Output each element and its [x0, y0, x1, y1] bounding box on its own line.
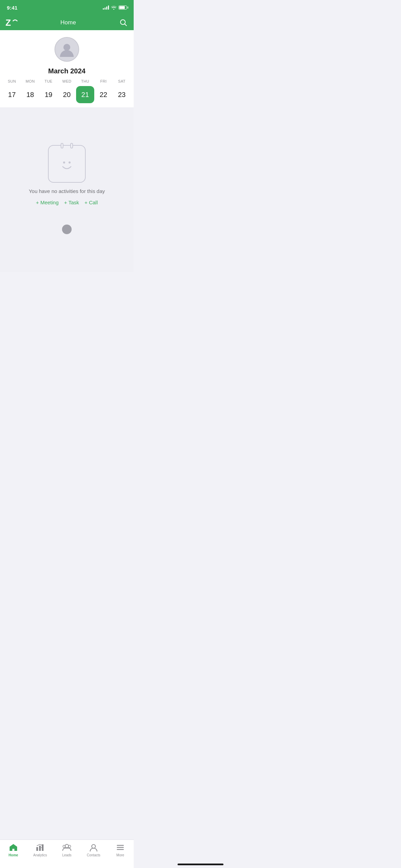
svg-text:Z: Z	[5, 18, 11, 27]
calendar-month: March 2024	[0, 66, 134, 79]
action-buttons: + Meeting + Task + Call	[36, 200, 98, 205]
status-bar: 9:41	[0, 0, 134, 15]
add-meeting-button[interactable]: + Meeting	[36, 200, 59, 205]
calendar-day-19[interactable]: 19	[39, 86, 58, 103]
empty-state: You have no activities for this day + Me…	[0, 107, 134, 272]
battery-icon	[119, 5, 127, 10]
add-call-button[interactable]: + Call	[85, 200, 98, 205]
wifi-icon	[111, 5, 117, 10]
app-logo[interactable]: Z	[5, 18, 18, 27]
svg-point-3	[63, 161, 65, 164]
calendar-day-23[interactable]: 23	[113, 86, 131, 103]
weekday-wed: WED	[58, 79, 76, 83]
calendar-dates: 17 18 19 20 21 22 23	[0, 86, 134, 103]
calendar-day-21[interactable]: 21	[76, 86, 94, 103]
empty-state-icon	[48, 145, 86, 183]
status-icons	[103, 5, 127, 10]
pagination	[62, 225, 72, 234]
calendar-weekdays: SUN MON TUE WED THU FRI SAT	[0, 79, 134, 83]
avatar-section	[0, 30, 134, 66]
calendar-day-20[interactable]: 20	[58, 86, 76, 103]
svg-point-2	[63, 44, 70, 51]
weekday-sun: SUN	[3, 79, 21, 83]
weekday-tue: TUE	[39, 79, 58, 83]
calendar-day-18[interactable]: 18	[21, 86, 39, 103]
signal-icon	[103, 5, 109, 10]
status-time: 9:41	[7, 5, 17, 11]
weekday-thu: THU	[76, 79, 94, 83]
nav-bar: Z Home	[0, 15, 134, 30]
add-task-button[interactable]: + Task	[64, 200, 79, 205]
smiley-icon	[57, 156, 77, 175]
page-title: Home	[60, 19, 76, 26]
search-button[interactable]	[119, 18, 128, 27]
svg-point-4	[69, 161, 71, 164]
main-content: March 2024 SUN MON TUE WED THU FRI SAT 1…	[0, 30, 134, 272]
weekday-sat: SAT	[113, 79, 131, 83]
weekday-mon: MON	[21, 79, 39, 83]
weekday-fri: FRI	[94, 79, 112, 83]
empty-message: You have no activities for this day	[29, 188, 105, 194]
avatar[interactable]	[54, 37, 79, 62]
pagination-dot	[62, 225, 72, 234]
calendar-day-17[interactable]: 17	[3, 86, 21, 103]
calendar-day-22[interactable]: 22	[94, 86, 112, 103]
calendar-section: March 2024 SUN MON TUE WED THU FRI SAT 1…	[0, 66, 134, 107]
